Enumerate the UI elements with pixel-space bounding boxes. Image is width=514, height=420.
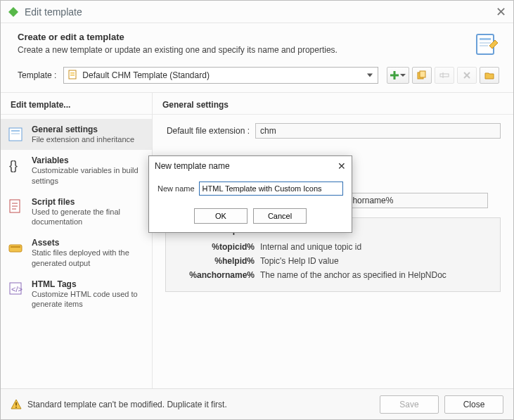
duplicate-template-button[interactable] — [412, 67, 432, 84]
svg-rect-4 — [480, 45, 488, 46]
template-file-icon — [68, 70, 78, 82]
svg-rect-29 — [15, 402, 17, 406]
template-combobox[interactable]: Default CHM Template (Standard) — [63, 67, 378, 84]
template-selector-row: Template : Default CHM Template (Standar… — [1, 67, 513, 92]
sidebar-item-label: Variables — [32, 155, 145, 165]
svg-rect-2 — [480, 38, 491, 40]
svg-text:</>: </> — [11, 285, 23, 293]
header-title: Create or edit a template — [18, 32, 474, 42]
add-template-button[interactable] — [387, 67, 409, 84]
warning-icon — [11, 399, 22, 410]
footer: Standard template can't be modified. Dup… — [1, 388, 513, 419]
svg-rect-7 — [70, 75, 75, 76]
sidebar-item-desc: File extension and inheritance — [32, 134, 134, 144]
sub-val: The name of the anchor as specified in H… — [260, 270, 490, 280]
window-close-button[interactable]: ✕ — [496, 4, 506, 20]
dialog-titlebar: New template name ✕ — [149, 156, 352, 176]
sidebar-item-desc: Used to generate the final documentation — [32, 207, 145, 227]
script-icon — [8, 198, 25, 215]
delete-template-button — [457, 67, 477, 84]
dialog-close-button[interactable]: ✕ — [338, 160, 346, 172]
svg-text:{}: {} — [9, 158, 18, 172]
dialog-cancel-button[interactable]: Cancel — [253, 208, 307, 224]
sub-row: %anchorname% The name of the anchor as s… — [176, 270, 490, 280]
default-ext-input[interactable] — [255, 123, 501, 139]
template-edit-icon — [474, 32, 499, 57]
titlebar: Edit template ✕ — [1, 1, 513, 23]
svg-rect-6 — [70, 72, 75, 74]
window-title: Edit template — [25, 6, 496, 18]
open-folder-button[interactable] — [480, 67, 499, 84]
template-toolbar — [387, 67, 499, 84]
sidebar-item-label: Script files — [32, 197, 145, 207]
sidebar-item-assets[interactable]: Assets Static files deployed with the ge… — [1, 232, 152, 274]
sub-row: %topicid% Internal and unique topic id — [176, 242, 490, 252]
main-heading: General settings — [153, 93, 513, 115]
svg-rect-18 — [11, 133, 20, 134]
dialog-title: New template name — [155, 161, 338, 171]
main-panel: General settings Default file extension … — [153, 93, 513, 388]
sidebar-item-label: General settings — [32, 125, 134, 134]
dialog-name-row: New name — [158, 182, 343, 196]
dialog-ok-button[interactable]: OK — [194, 208, 248, 224]
sub-key: %anchorname% — [176, 270, 260, 280]
sub-val: Topic's Help ID value — [260, 256, 490, 266]
template-label: Template : — [18, 70, 56, 80]
sidebar-item-desc: Static files deployed with the generated… — [32, 248, 145, 268]
sidebar-item-htmltags[interactable]: </> HTML Tags Customize HTML code used t… — [1, 274, 152, 315]
assets-icon — [8, 239, 25, 256]
svg-rect-17 — [11, 130, 20, 132]
html-tags-icon: </> — [8, 281, 25, 298]
footer-warning: Standard template can't be modified. Dup… — [27, 400, 374, 409]
svg-rect-25 — [11, 246, 20, 248]
template-selected: Default CHM Template (Standard) — [82, 70, 210, 80]
sidebar-list: General settings File extension and inhe… — [1, 115, 152, 319]
sub-key: %helpid% — [176, 256, 260, 266]
header-subtitle: Create a new template or update an exist… — [18, 45, 474, 55]
close-button[interactable]: Close — [444, 395, 503, 414]
sub-row: %helpid% Topic's Help ID value — [176, 256, 490, 266]
sidebar-item-scripts[interactable]: Script files Used to generate the final … — [1, 191, 152, 233]
svg-rect-9 — [390, 75, 399, 77]
svg-rect-12 — [440, 74, 449, 77]
dialog-name-label: New name — [158, 184, 195, 193]
sub-key: %topicid% — [176, 242, 260, 252]
sub-val: Internal and unique topic id — [260, 242, 490, 252]
svg-rect-11 — [420, 71, 425, 77]
sidebar-item-general[interactable]: General settings File extension and inhe… — [1, 119, 152, 150]
braces-icon: {} — [8, 157, 25, 174]
sidebar-heading: Edit template... — [1, 93, 152, 115]
page-header: Create or edit a template Create a new t… — [1, 23, 513, 67]
svg-rect-3 — [480, 42, 491, 44]
rename-template-button — [435, 67, 454, 84]
sidebar-item-desc: Customize HTML code used to generate ite… — [32, 289, 145, 310]
sidebar-item-label: HTML Tags — [32, 279, 145, 289]
settings-icon — [8, 126, 25, 143]
new-template-name-dialog: New template name ✕ New name OK Cancel — [148, 155, 352, 233]
sidebar-item-variables[interactable]: {} Variables Customizable variables in b… — [1, 150, 152, 191]
row-default-ext: Default file extension : — [165, 123, 501, 139]
content-area: Edit template... General settings File e… — [1, 92, 513, 388]
dialog-name-input[interactable] — [199, 182, 343, 196]
sidebar: Edit template... General settings File e… — [1, 93, 153, 388]
app-icon — [8, 6, 19, 18]
sidebar-item-desc: Customizable variables in build settings — [32, 165, 145, 186]
default-ext-label: Default file extension : — [165, 126, 255, 136]
edit-template-window: Edit template ✕ Create or edit a templat… — [0, 0, 514, 420]
svg-rect-30 — [15, 407, 17, 408]
svg-marker-0 — [8, 7, 18, 17]
save-button: Save — [380, 395, 439, 414]
svg-rect-24 — [9, 245, 22, 252]
sidebar-item-label: Assets — [32, 238, 145, 248]
